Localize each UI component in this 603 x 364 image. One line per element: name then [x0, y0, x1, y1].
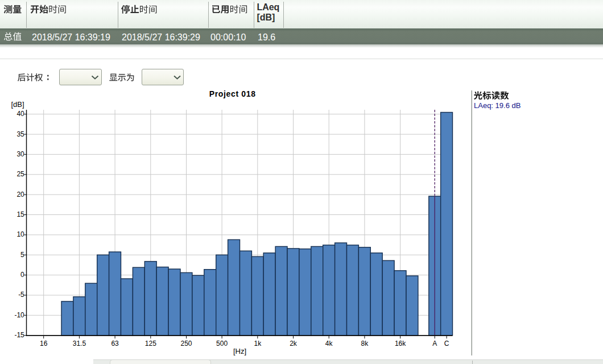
- svg-text:25: 25: [16, 170, 24, 178]
- svg-text:A: A: [432, 340, 437, 348]
- svg-text:-10: -10: [14, 311, 24, 319]
- svg-text:30: 30: [16, 150, 24, 158]
- svg-text:20: 20: [16, 191, 24, 198]
- svg-text:63: 63: [111, 340, 119, 348]
- svg-text:5: 5: [20, 251, 24, 259]
- svg-text:16k: 16k: [395, 340, 406, 348]
- svg-text:16: 16: [40, 340, 48, 348]
- svg-text:LAeq: LAeq: [257, 2, 279, 12]
- svg-text:500: 500: [216, 340, 228, 348]
- svg-text:31.5: 31.5: [73, 340, 86, 348]
- svg-text:4k: 4k: [325, 340, 333, 348]
- svg-text:[Hz]: [Hz]: [233, 347, 246, 355]
- svg-text:Project 018: Project 018: [209, 89, 256, 98]
- svg-text:15: 15: [16, 210, 24, 218]
- svg-text:1k: 1k: [254, 340, 262, 348]
- svg-text:40: 40: [16, 110, 24, 118]
- svg-text:2018/5/27 16:39:19: 2018/5/27 16:39:19: [32, 32, 110, 42]
- svg-text:[dB]: [dB]: [11, 100, 24, 109]
- svg-text:35: 35: [16, 130, 24, 138]
- svg-text:C: C: [444, 340, 449, 348]
- svg-text:2018/5/27 16:39:29: 2018/5/27 16:39:29: [122, 32, 200, 42]
- svg-text:0: 0: [20, 271, 24, 279]
- svg-text:125: 125: [145, 340, 156, 348]
- svg-text:-15: -15: [14, 331, 24, 339]
- svg-text:LAeq: 19.6 dB: LAeq: 19.6 dB: [474, 101, 521, 110]
- svg-text:2k: 2k: [290, 340, 298, 348]
- svg-text:250: 250: [180, 340, 192, 348]
- svg-text:00:00:10: 00:00:10: [210, 32, 246, 42]
- svg-text:8k: 8k: [361, 340, 369, 348]
- svg-text:10: 10: [16, 230, 24, 238]
- svg-text:[dB]: [dB]: [257, 13, 275, 22]
- svg-text:19.6: 19.6: [258, 32, 275, 42]
- svg-text:-5: -5: [18, 291, 24, 299]
